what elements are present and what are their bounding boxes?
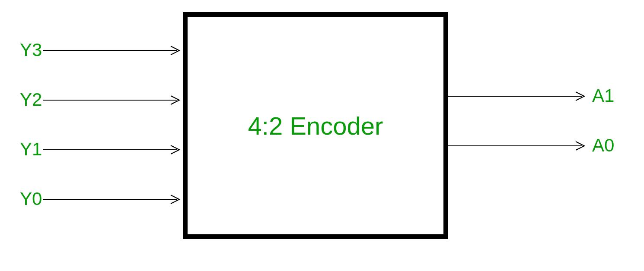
- output-arrow-a0: [448, 145, 588, 154]
- input-label-y2: Y2: [20, 89, 42, 110]
- input-label-y0: Y0: [20, 189, 42, 209]
- input-label-y1: Y1: [20, 139, 42, 160]
- input-arrow-y0: [43, 199, 183, 208]
- input-arrow-y3: [43, 50, 183, 59]
- output-arrow-a1: [448, 96, 588, 104]
- output-label-a0: A0: [592, 135, 614, 156]
- encoder-box: 4:2 Encoder: [183, 12, 448, 239]
- encoder-diagram: 4:2 Encoder Y3 Y2 Y1 Y0 A1 A0: [0, 0, 644, 271]
- output-label-a1: A1: [592, 85, 614, 106]
- input-arrow-y1: [43, 149, 183, 158]
- input-label-y3: Y3: [20, 40, 42, 60]
- encoder-label: 4:2 Encoder: [248, 111, 383, 140]
- input-arrow-y2: [43, 100, 183, 108]
